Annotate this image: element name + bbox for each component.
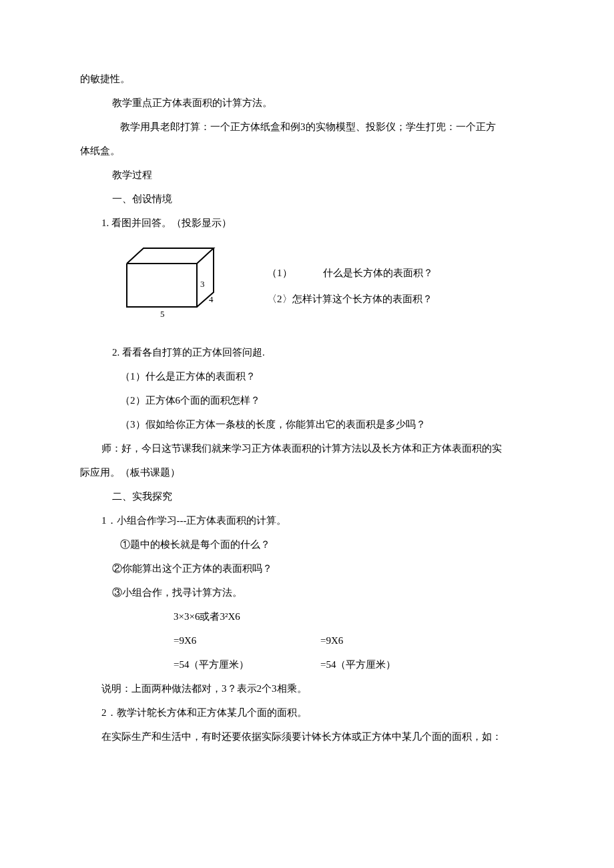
- section-heading: 一、创设情境: [80, 187, 534, 211]
- paragraph: 际应用。（板书课题）: [80, 460, 534, 484]
- figure-row: 5 4 3 （1） 什么是长方体的表面积？ 〈2〉怎样计算这个长方体的表面积？: [107, 240, 534, 320]
- figure-questions: （1） 什么是长方体的表面积？ 〈2〉怎样计算这个长方体的表面积？: [267, 240, 433, 312]
- sub-item: （2）正方体6个面的面积怎样？: [80, 388, 534, 412]
- calc-result: =54（平方厘米）: [320, 653, 467, 677]
- cuboid-svg: 5 4 3: [107, 240, 240, 320]
- sub-item: ①题中的梭长就是每个面的什么？: [80, 532, 534, 556]
- question: 〈2〉怎样计算这个长方体的表面积？: [267, 286, 433, 312]
- calc-step: =9X6: [320, 628, 467, 653]
- document-page: 的敏捷性。 教学重点正方体表面积的计算方法。 教学用具老郎打算：一个正方体纸盒和…: [0, 0, 614, 789]
- dim-height: 3: [200, 279, 205, 289]
- paragraph: 的敏捷性。: [80, 67, 534, 91]
- paragraph: 体纸盒。: [80, 139, 534, 163]
- list-item: 1．小组合作学习---正方体表面积的计算。: [80, 508, 534, 532]
- q-label: （1）: [267, 260, 320, 286]
- paragraph: 教学重点正方体表面积的计算方法。: [80, 91, 534, 115]
- sub-item: ③小组合作，找寻计算方法。: [80, 580, 534, 604]
- section-heading: 二、实我探究: [80, 484, 534, 508]
- calc-step: =9X6: [174, 628, 320, 653]
- q-text: 什么是长方体的表面积？: [323, 268, 433, 278]
- calc-expression: 3×3×6或者3²X6: [174, 604, 467, 628]
- list-item: 1. 看图并回答。（投影显示）: [80, 211, 534, 235]
- sub-item: （3）假如给你正方体一条枝的长度，你能算出它的表面积是多少吗？: [80, 412, 534, 436]
- calc-result: =54（平方厘米）: [174, 653, 320, 677]
- sub-item: ②你能算出这个正方体的表面积吗？: [80, 556, 534, 580]
- paragraph: 教学过程: [80, 163, 534, 187]
- list-item: 2．教学计鸵长方体和正方体某几个面的面积。: [80, 701, 534, 725]
- paragraph: 说明：上面两种做法都对，3？表示2个3相乘。: [80, 677, 534, 701]
- list-item: 2. 看看各自打算的正方体回答问超.: [80, 340, 534, 364]
- paragraph: 在实际生产和生活中，有时还要依据实际须要计钵长方体或正方体中某几个面的面积，如：: [80, 725, 534, 749]
- sub-item: （1）什么是正方体的表面积？: [80, 364, 534, 388]
- calculation-block: 3×3×6或者3²X6 =9X6 =9X6 =54（平方厘米） =54（平方厘米…: [174, 604, 534, 677]
- dim-width: 4: [209, 294, 214, 304]
- cuboid-figure: 5 4 3: [107, 240, 267, 320]
- dim-length: 5: [160, 309, 165, 319]
- paragraph: 师：好，今日这节课我们就来学习正方体表面积的计算方法以及长方体和正方体表面积的实: [80, 436, 534, 460]
- paragraph: 教学用具老郎打算：一个正方体纸盒和例3的实物模型、投影仪；学生打兜：一个正方: [80, 115, 534, 139]
- question: （1） 什么是长方体的表面积？: [267, 260, 433, 286]
